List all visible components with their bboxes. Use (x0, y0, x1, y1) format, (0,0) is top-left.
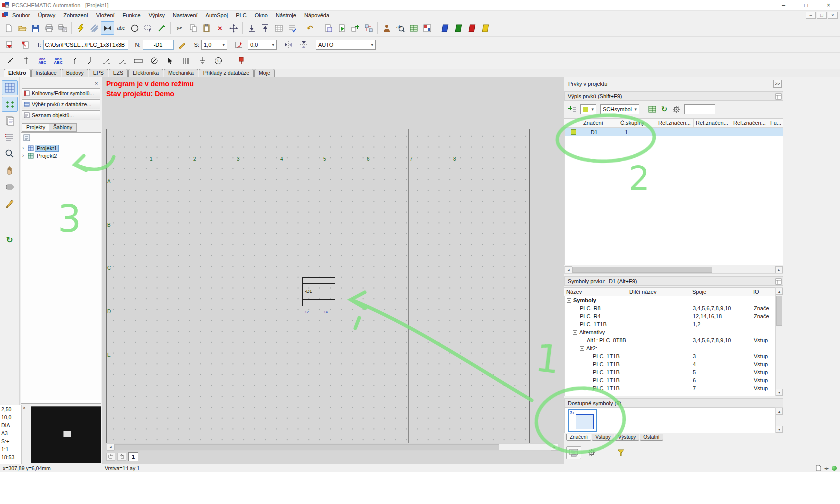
tab-ezs[interactable]: EZS (109, 69, 128, 77)
collapse-icon[interactable]: − (580, 346, 584, 351)
symbol-thumbnail[interactable]: 3x (568, 409, 597, 432)
tab-sablony[interactable]: Šablony (49, 123, 77, 132)
pencil-tool[interactable] (2, 196, 18, 211)
symbol-mode-button[interactable] (101, 21, 114, 35)
tree-row-alt2-2[interactable]: PLC_1T1B4Vstup (565, 360, 776, 368)
table-row-d1[interactable]: -D1 1 (565, 128, 783, 136)
child-close-button[interactable]: × (828, 12, 838, 19)
scroll-right-icon[interactable]: ▸ (551, 444, 558, 451)
pen-line-button[interactable] (155, 21, 168, 35)
tree-row-symboly[interactable]: −Symboly (565, 296, 776, 304)
hatch-lines-icon[interactable] (88, 21, 101, 35)
menu-plc[interactable]: PLC (232, 12, 250, 18)
tab-vstupy[interactable]: Vstupy (592, 434, 614, 441)
tree-row-alt2-4[interactable]: PLC_1T1B6Vstup (565, 376, 776, 384)
menu-funkce[interactable]: Funkce (119, 12, 145, 18)
close-button[interactable]: × (818, 0, 840, 10)
snap-points-tool[interactable] (2, 97, 18, 112)
cut-button[interactable]: ✂ (173, 21, 186, 35)
type-input[interactable] (44, 40, 128, 50)
circle-mode-button[interactable] (128, 21, 142, 35)
tab-priklady[interactable]: Příklady z databáze (199, 69, 254, 77)
motor-symbol[interactable]: 3~ (211, 54, 226, 68)
tab-moje[interactable]: Moje (254, 69, 275, 77)
book-yellow-icon[interactable] (479, 21, 492, 35)
doc-pages-button[interactable] (322, 21, 335, 35)
tree-view-mode-icon[interactable] (24, 134, 30, 141)
scroll-thumb[interactable] (114, 444, 500, 450)
column-skupina[interactable]: Č.skupiny (618, 119, 656, 127)
menu-autospoj[interactable]: AutoSpoj (202, 12, 232, 18)
scroll-thumb[interactable] (776, 296, 782, 326)
collapse-icon[interactable]: − (567, 298, 572, 303)
tab-znaceni[interactable]: Značení (566, 434, 592, 441)
menu-zobrazeni[interactable]: Zobrazení (60, 12, 92, 18)
tab-elektro[interactable]: Elektro (4, 69, 31, 77)
add-element-icon[interactable] (566, 104, 578, 115)
area-select-button[interactable] (142, 21, 155, 35)
lamp-symbol[interactable] (147, 54, 162, 68)
contact-bank-symbol[interactable] (179, 54, 194, 68)
save-button[interactable] (29, 21, 42, 35)
print-batch-button[interactable] (56, 21, 70, 35)
terminal-symbol[interactable] (19, 54, 34, 68)
section-options-icon[interactable] (776, 93, 782, 100)
cursor-symbol[interactable] (163, 54, 178, 68)
column-ref3[interactable]: Ref.značen... (732, 119, 768, 127)
column-io[interactable]: IO (752, 288, 776, 296)
panel-expand-button[interactable]: >> (774, 80, 782, 88)
align-symbols-button[interactable] (362, 21, 376, 35)
tree-row-alternativy[interactable]: −Alternativy (565, 328, 776, 336)
menu-okno[interactable]: Okno (251, 12, 272, 18)
paste-button[interactable] (200, 21, 214, 35)
transfer-up-button[interactable] (258, 21, 272, 35)
tree-row-plc-1t1b[interactable]: PLC_1T1B1,2 (565, 320, 776, 328)
drawing-canvas[interactable]: Program je v demo režimu Stav projektu: … (102, 77, 564, 464)
name-input[interactable] (143, 40, 174, 50)
pan-hand-tool[interactable] (2, 163, 18, 178)
add-symbol-button[interactable] (348, 21, 362, 35)
doc-green-button[interactable] (335, 21, 348, 35)
copy-button[interactable] (186, 21, 200, 35)
probe-cross-symbol[interactable] (3, 54, 18, 68)
transfer-down-button[interactable] (245, 21, 258, 35)
switch-symbol[interactable] (99, 54, 114, 68)
menu-nastaveni[interactable]: Nastavení (169, 12, 202, 18)
flip-horizontal-icon[interactable] (298, 38, 311, 51)
book-blue-icon[interactable] (438, 21, 452, 35)
reference-up-symbol[interactable] (67, 54, 82, 68)
goto-symbol-prev-icon[interactable] (3, 38, 16, 51)
tab-budovy[interactable]: Budovy (62, 69, 88, 77)
collapse-icon[interactable]: − (573, 330, 578, 335)
move-button[interactable] (227, 21, 240, 35)
gear-icon[interactable] (670, 104, 682, 115)
table-view-icon[interactable] (646, 104, 658, 115)
plc-symbol[interactable]: -D1 12 14 (302, 277, 336, 306)
scroll-right-icon[interactable]: ▸ (776, 266, 783, 273)
scroll-down-icon[interactable]: ▾ (776, 389, 783, 396)
type-filter-select[interactable]: SCHsymbol▾ (600, 104, 640, 114)
tab-instalace[interactable]: Instalace (32, 69, 62, 77)
zoom-tool[interactable] (2, 146, 18, 161)
section-options-icon[interactable] (776, 278, 782, 285)
tab-ostatni[interactable]: Ostatní (640, 434, 663, 441)
tab-mechanika[interactable]: Mechanika (164, 69, 198, 77)
preview-close-icon[interactable]: × (23, 405, 26, 411)
page-back-icon[interactable] (106, 453, 116, 461)
tree-row-alt2[interactable]: −Alt2: (565, 344, 776, 352)
tree-row-alt2-1[interactable]: PLC_1T1B3Vstup (565, 352, 776, 360)
column-fu[interactable]: Fu... (768, 119, 784, 127)
expander-icon[interactable]: › (22, 145, 26, 151)
column-dilci-nazev[interactable]: Dílčí název (628, 288, 690, 296)
refresh-icon[interactable]: ↻ (658, 104, 670, 115)
find-text-button[interactable]: ab (394, 21, 407, 35)
page-forward-icon[interactable] (118, 453, 126, 461)
libraries-editor-button[interactable]: Knihovny/Editor symbolů... (22, 88, 100, 98)
person-button[interactable] (380, 21, 394, 35)
symbol-grid-tool[interactable] (2, 80, 18, 95)
goto-symbol-next-icon[interactable] (18, 38, 32, 51)
tree-row-alt1[interactable]: Alt1: PLC_8T8B3,4,5,6,7,8,9,10Vstup (565, 336, 776, 344)
rename-pen-icon[interactable] (176, 38, 190, 51)
preview-viewport-rect[interactable] (64, 431, 72, 437)
column-spoje[interactable]: Spoje (690, 288, 752, 296)
